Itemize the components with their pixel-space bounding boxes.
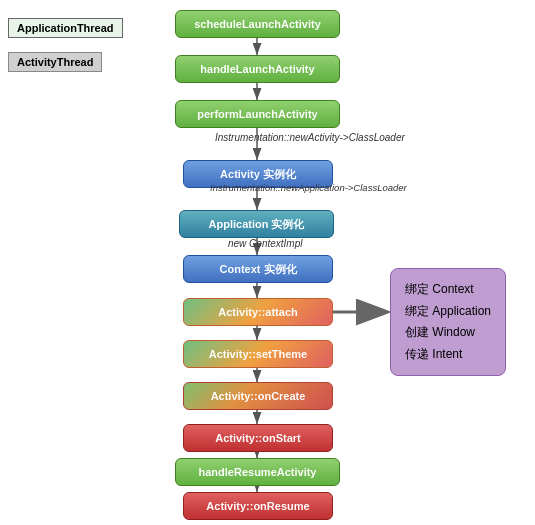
- info-line-1: 绑定 Context: [405, 279, 491, 301]
- application-thread-label: ApplicationThread: [8, 18, 123, 38]
- activity-on-start-node: Activity::onStart: [183, 424, 333, 452]
- context-instance-node: Context 实例化: [183, 255, 333, 283]
- diagram-container: ApplicationThread ActivityThread schedul…: [0, 0, 535, 525]
- activity-thread-label: ActivityThread: [8, 52, 102, 72]
- info-line-2: 绑定 Application: [405, 301, 491, 323]
- activity-set-theme-node: Activity::setTheme: [183, 340, 333, 368]
- info-line-4: 传递 Intent: [405, 344, 491, 366]
- handle-resume-node: handleResumeActivity: [175, 458, 340, 486]
- activity-on-create-node: Activity::onCreate: [183, 382, 333, 410]
- handle-launch-node: handleLaunchActivity: [175, 55, 340, 83]
- annotation-2: Instrumentation::newApplication->ClassLo…: [210, 182, 407, 193]
- perform-launch-node: performLaunchActivity: [175, 100, 340, 128]
- activity-attach-node: Activity::attach: [183, 298, 333, 326]
- app-instance-node: Application 实例化: [179, 210, 334, 238]
- schedule-launch-node: scheduleLaunchActivity: [175, 10, 340, 38]
- activity-on-resume-node: Activity::onResume: [183, 492, 333, 520]
- annotation-1: Instrumentation::newActivity->ClassLoade…: [215, 132, 405, 143]
- info-line-3: 创建 Window: [405, 322, 491, 344]
- annotation-3: new ContextImpl: [228, 238, 302, 249]
- info-box: 绑定 Context 绑定 Application 创建 Window 传递 I…: [390, 268, 506, 376]
